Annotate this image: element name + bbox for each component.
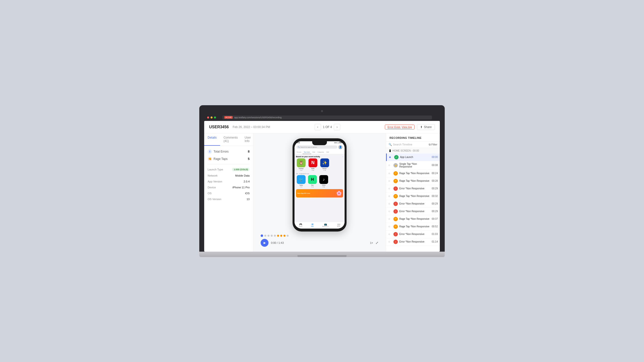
network-value: Mobile Data [235, 174, 250, 177]
bottom-nav-games[interactable]: 🎮 Games [299, 223, 302, 227]
event-dot-container [388, 226, 392, 227]
browser-url-bar: ● LIVE app.testfairy.com/sessions/USER34… [222, 115, 432, 119]
timeline-dot-0[interactable] [261, 235, 263, 237]
view-log-link[interactable]: View log [402, 126, 412, 128]
nav-prev-button[interactable]: ‹ [315, 124, 321, 130]
event-icon: 👊 [394, 179, 398, 183]
tab-kids[interactable]: Kids [311, 150, 316, 154]
app-card-tiktok[interactable]: ♪ TikTok 4.6★ [318, 175, 329, 188]
event-time: 00:29 [432, 187, 438, 190]
timeline-event[interactable]: ✓App Launch00:00 [386, 154, 440, 161]
ads-grid: 🐦 Twitter 3.2★ H Hulu [296, 175, 343, 188]
browser-dot-yellow[interactable] [210, 116, 212, 118]
browser-dot-green[interactable] [214, 116, 216, 118]
event-dot [388, 234, 390, 235]
search-placeholder: Search for apps & games [300, 146, 317, 148]
appstore-tabs: For you Top charts Kids Categories Edit [294, 150, 344, 154]
timeline-dot-8[interactable] [287, 235, 288, 237]
event-label: Rage Tap *Non Responsive [399, 172, 430, 175]
timeline-search[interactable]: 🔍 Search Timeline [388, 143, 427, 146]
event-label: Single Tap *Non Responsive [399, 163, 430, 168]
event-dot-container [388, 165, 392, 166]
expand-button[interactable]: ⤢ [376, 241, 378, 245]
header-right: Error Exist. View log ⬆ Share [385, 124, 435, 130]
home-screen-icon: 📱 [388, 149, 392, 152]
nav-next-button[interactable]: › [334, 124, 340, 130]
share-button[interactable]: ⬆ Share [417, 124, 435, 130]
timeline-event[interactable]: 👆Single Tap *Non Responsive00:08 [386, 161, 440, 170]
app-icon-hulu: H [308, 175, 317, 184]
banner-ad-icon: 🌸 [336, 191, 342, 196]
user-id: USER3456 [209, 125, 229, 129]
detail-content: ℹ Total Errors 8 👊 Rage Taps 5 [204, 146, 253, 207]
rage-taps-row: 👊 Rage Taps 5 [208, 157, 250, 161]
timeline-events: ✓App Launch00:00👆Single Tap *Non Respons… [386, 154, 440, 252]
bottom-nav-movies[interactable]: 📺 Movies & TV [322, 223, 328, 227]
details-panel: Details Comments (41) User Info ℹ Total … [204, 133, 253, 252]
timeline-event[interactable]: !Error *Non Responsive01:03 [386, 231, 440, 238]
app-card-netflix[interactable]: N Netflix 3.8★ [308, 158, 318, 171]
screen-bezel: ● LIVE app.testfairy.com/sessions/USER34… [199, 105, 445, 252]
timeline-dot-6[interactable] [280, 235, 282, 237]
timeline-dot-1[interactable] [264, 235, 266, 237]
app-name-disney: Disney+ [322, 168, 327, 169]
app-card-disney[interactable]: ✨ Disney+ 4.7★ [320, 158, 330, 171]
event-dot [388, 226, 390, 227]
speed-button[interactable]: 1× [370, 241, 373, 244]
tab-edit[interactable]: Edit [325, 150, 330, 154]
app-card-duolingo[interactable]: 🦉 Duolingo 4.5★ [296, 158, 306, 171]
timeline-dot-4[interactable] [274, 235, 276, 237]
timeline-event[interactable]: 👊Rage Tap *Non Responsive00:52 [386, 223, 440, 231]
os-key: OS [208, 192, 212, 195]
app-card-twitter[interactable]: 🐦 Twitter 3.2★ [296, 175, 306, 188]
laptop-shell: ● LIVE app.testfairy.com/sessions/USER34… [199, 105, 445, 257]
filter-icon: ⧉ [429, 143, 431, 146]
tab-comments[interactable]: Comments (41) [220, 133, 241, 146]
event-dot [388, 211, 390, 212]
browser-dot-red[interactable] [207, 116, 209, 118]
app-card-hulu[interactable]: H Hulu 4.1★ [307, 175, 318, 188]
event-dot-container [388, 203, 392, 205]
play-button[interactable]: ▶ [261, 239, 268, 247]
movies-icon: 📺 [324, 223, 327, 226]
banner-ad[interactable]: New App We Love 🌸 [296, 189, 343, 197]
timeline-dot-7[interactable] [284, 235, 286, 237]
timeline-header: RECORDING TIMELINE [386, 133, 440, 141]
tab-for-you[interactable]: For you [296, 150, 302, 154]
timeline-event[interactable]: 👊Rage Tap *Non Responsive00:32 [386, 193, 440, 200]
bottom-nav-books[interactable]: 📖 Books [337, 223, 340, 227]
playback-row: ▶ 0:00 / 1:43 1× ⤢ [261, 239, 378, 247]
device-row: Device iPhone 11 Pro [208, 186, 250, 189]
event-dot-container [388, 218, 392, 220]
timeline-event[interactable]: 👊Rage Tap *Non Responsive00:28 [386, 177, 440, 185]
tab-top-charts[interactable]: Top charts [302, 150, 311, 154]
ads-label: Ads · Suggested for you [296, 173, 343, 174]
timeline-dot-5[interactable] [277, 235, 279, 237]
appstore-search[interactable]: 🔍 Search for apps & games [296, 145, 337, 149]
timeline-event[interactable]: 👊Rage Tap *Non Responsive00:37 [386, 215, 440, 223]
filter-button[interactable]: ⧉ Filter [429, 143, 437, 146]
tab-user-info[interactable]: User Info [241, 133, 254, 146]
tab-categories[interactable]: Categories [316, 150, 326, 154]
home-screen-label: 📱 HOME SCREEN - 00:00 [386, 148, 440, 154]
timeline-event[interactable]: !Error *Non Responsive01:14 [386, 238, 440, 246]
tab-details[interactable]: Details [204, 133, 220, 146]
phone-screen: 9:41 ●●● ▲ 96% 🔍 Search for apps & games [294, 141, 344, 229]
rage-taps-icon: 👊 [208, 157, 212, 161]
bottom-nav-apps[interactable]: ⊞ Apps [311, 223, 314, 227]
timeline-dot-3[interactable] [271, 235, 273, 237]
error-badge[interactable]: Error Exist. View log [385, 125, 414, 129]
timeline-event[interactable]: !Error *Non Responsive00:29 [386, 208, 440, 215]
see-all-link[interactable]: › [342, 156, 343, 157]
timeline-dot-2[interactable] [268, 235, 270, 237]
event-time: 00:37 [432, 218, 438, 220]
timeline-event[interactable]: 👊Rage Tap *Non Responsive00:24 [386, 170, 440, 177]
event-dot [388, 180, 390, 182]
network-row: Network Mobile Data [208, 174, 250, 177]
timeline-event[interactable]: !Error *Non Responsive00:29 [386, 200, 440, 208]
event-dot [388, 203, 390, 205]
video-controls: ▶ 0:00 / 1:43 1× ⤢ [261, 235, 378, 247]
play-icon: ▶ [264, 241, 266, 245]
timeline-event[interactable]: !Error *Non Responsive00:29 [386, 185, 440, 193]
games-icon: 🎮 [299, 223, 302, 226]
